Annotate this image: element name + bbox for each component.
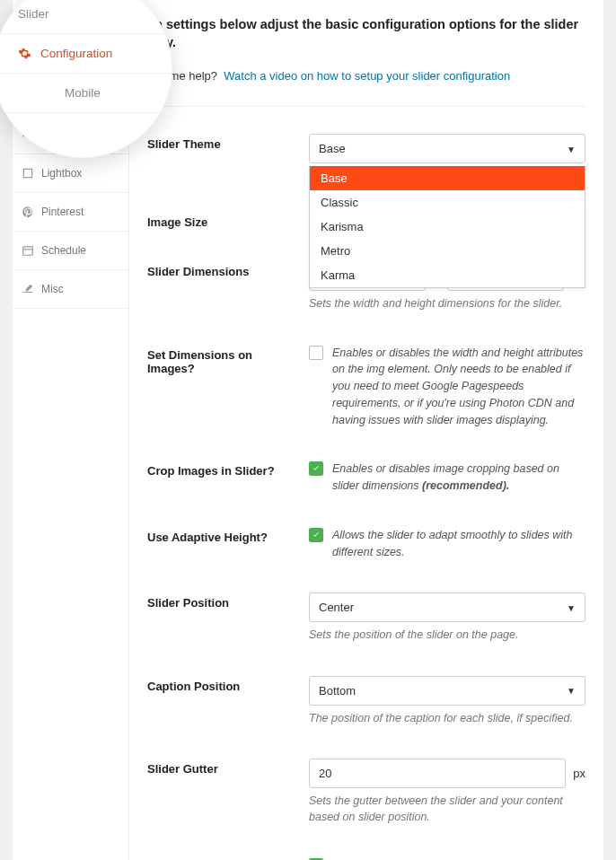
- lens-item-configuration: Configuration: [0, 34, 172, 74]
- sidebar-item-label: Lightbox: [41, 167, 82, 180]
- checkbox-set-dimensions[interactable]: [309, 346, 323, 360]
- select-value: Center: [319, 601, 354, 614]
- dropdown-option[interactable]: Karisma: [310, 215, 585, 239]
- sidebar-item-pinterest[interactable]: Pinterest: [13, 193, 128, 232]
- dropdown-option[interactable]: Classic: [310, 190, 585, 215]
- misc-icon: [22, 283, 34, 295]
- lens-label: Slider: [18, 7, 49, 21]
- help-slider-gutter: Sets the gutter between the slider and y…: [309, 794, 585, 825]
- help-video-link[interactable]: Watch a video on how to setup your slide…: [224, 69, 510, 83]
- help-row: d some help? Watch a video on how to set…: [147, 69, 585, 83]
- dropdown-option[interactable]: Metro: [310, 239, 585, 263]
- svg-rect-6: [23, 247, 33, 255]
- chevron-down-icon: ▼: [567, 602, 576, 612]
- lens-label: Mobile: [65, 86, 101, 100]
- select-caption-position[interactable]: Bottom ▼: [309, 676, 585, 706]
- lens-label: Configuration: [40, 47, 112, 60]
- label-crop-images: Crop Images in Slider?: [147, 461, 291, 478]
- sidebar-item-label: Pinterest: [41, 206, 84, 218]
- select-value: Base: [319, 142, 346, 155]
- dropdown-slider-theme: Base Classic Karisma Metro Karma: [309, 166, 585, 288]
- label-image-size: Image Size: [147, 212, 291, 229]
- input-slider-gutter[interactable]: [309, 759, 566, 788]
- sidebar-item-misc[interactable]: Misc: [13, 270, 128, 309]
- sidebar-item-label: Schedule: [41, 244, 86, 257]
- help-caption-position: The position of the caption for each sli…: [309, 711, 585, 727]
- help-slider-dimensions: Sets the width and height dimensions for…: [309, 296, 585, 312]
- checkbox-crop-images[interactable]: [309, 461, 323, 476]
- lightbox-icon: [22, 167, 34, 180]
- label-slider-position: Slider Position: [147, 592, 291, 610]
- main-panel: he settings below adjust the basic confi…: [129, 0, 603, 860]
- lens-item-slider: Slider: [0, 0, 172, 34]
- dropdown-option[interactable]: Base: [310, 166, 585, 190]
- label-adaptive-height: Use Adaptive Height?: [147, 527, 291, 544]
- desc-set-dimensions: Enables or disables the width and height…: [332, 345, 585, 429]
- label-slider-dimensions: Slider Dimensions: [147, 261, 291, 278]
- label-caption-position: Caption Position: [147, 676, 291, 693]
- lens-item-mobile: Mobile: [0, 74, 172, 113]
- help-slider-position: Sets the position of the slider on the p…: [309, 627, 585, 644]
- unit-px: px: [573, 767, 585, 780]
- sidebar-item-label: Misc: [41, 283, 64, 295]
- page-title: he settings below adjust the basic confi…: [147, 16, 585, 51]
- select-slider-theme[interactable]: Base ▼: [309, 134, 585, 163]
- label-slider-gutter: Slider Gutter: [147, 759, 291, 776]
- chevron-down-icon: ▼: [567, 144, 576, 154]
- select-value: Bottom: [319, 684, 356, 698]
- svg-rect-5: [23, 169, 31, 177]
- select-slider-position[interactable]: Center ▼: [309, 592, 585, 622]
- separator: [147, 106, 585, 107]
- desc-crop-images: Enables or disables image cropping based…: [332, 461, 585, 495]
- schedule-icon: [22, 244, 34, 257]
- label-slider-theme: Slider Theme: [147, 134, 291, 151]
- pinterest-icon: [22, 206, 34, 218]
- label-set-dimensions: Set Dimensions on Images?: [147, 345, 291, 375]
- dropdown-option[interactable]: Karma: [310, 263, 585, 287]
- chevron-down-icon: ▼: [567, 686, 576, 696]
- checkbox-adaptive-height[interactable]: [309, 528, 323, 542]
- desc-adaptive-height: Allows the slider to adapt smoothly to s…: [332, 527, 585, 561]
- sidebar-item-lightbox[interactable]: Lightbox: [13, 154, 128, 193]
- sidebar-item-schedule[interactable]: Schedule: [13, 232, 128, 270]
- gear-icon: [18, 47, 31, 60]
